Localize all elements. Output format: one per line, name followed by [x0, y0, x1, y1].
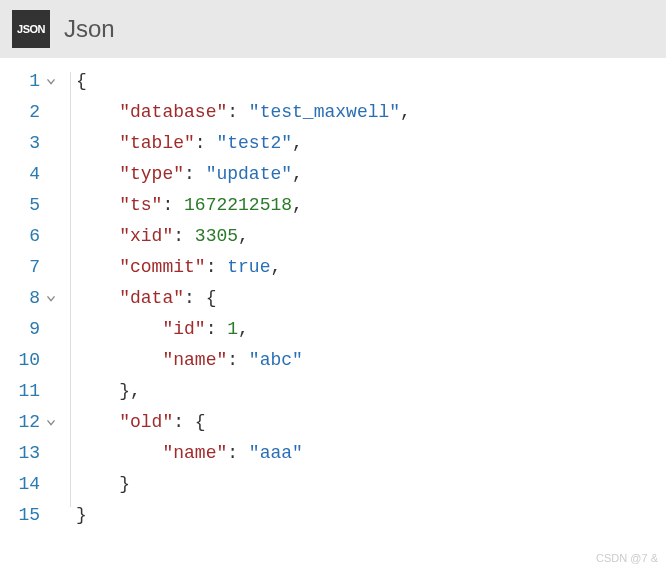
code-line[interactable]: "id": 1, [76, 314, 411, 345]
page-title: Json [64, 15, 115, 43]
code-line[interactable]: "database": "test_maxwell", [76, 97, 411, 128]
code-line[interactable]: "commit": true, [76, 252, 411, 283]
code-line[interactable]: "data": { [76, 283, 411, 314]
line-number: 14 [10, 469, 40, 500]
line-number: 15 [10, 500, 40, 531]
line-number: 8 [10, 283, 40, 314]
line-number: 11 [10, 376, 40, 407]
line-number: 5 [10, 190, 40, 221]
code-line[interactable]: } [76, 469, 411, 500]
code-editor[interactable]: 123456789101112131415 { "database": "tes… [0, 58, 666, 531]
line-number: 2 [10, 97, 40, 128]
code-line[interactable]: "ts": 1672212518, [76, 190, 411, 221]
line-number: 4 [10, 159, 40, 190]
code-line[interactable]: "name": "abc" [76, 345, 411, 376]
json-badge-icon: JSON [12, 10, 50, 48]
code-area[interactable]: { "database": "test_maxwell", "table": "… [48, 66, 411, 531]
code-line[interactable]: "old": { [76, 407, 411, 438]
code-line[interactable]: }, [76, 376, 411, 407]
code-line[interactable]: } [76, 500, 411, 531]
header-bar: JSON Json [0, 0, 666, 58]
code-line[interactable]: "name": "aaa" [76, 438, 411, 469]
line-number: 12 [10, 407, 40, 438]
line-number: 1 [10, 66, 40, 97]
line-number: 13 [10, 438, 40, 469]
line-number: 3 [10, 128, 40, 159]
line-number: 7 [10, 252, 40, 283]
line-number: 9 [10, 314, 40, 345]
code-line[interactable]: "xid": 3305, [76, 221, 411, 252]
code-line[interactable]: "type": "update", [76, 159, 411, 190]
line-number: 10 [10, 345, 40, 376]
line-number: 6 [10, 221, 40, 252]
line-number-gutter: 123456789101112131415 [0, 66, 48, 531]
code-line[interactable]: { [76, 66, 411, 97]
code-left-border [70, 72, 71, 507]
watermark-text: CSDN @7 & [596, 552, 658, 564]
code-line[interactable]: "table": "test2", [76, 128, 411, 159]
